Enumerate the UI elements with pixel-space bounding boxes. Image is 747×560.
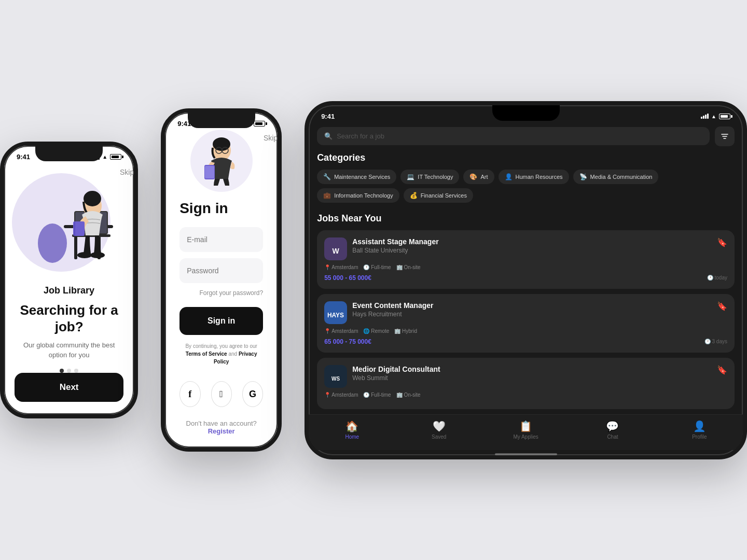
svg-rect-10 bbox=[74, 221, 75, 236]
profile-icon: 👤 bbox=[693, 420, 706, 432]
cat-label-media: Media & Communication bbox=[590, 174, 653, 180]
skip-button-2[interactable]: Skip bbox=[264, 134, 278, 142]
dot-3 bbox=[74, 369, 78, 373]
register-link[interactable]: Register bbox=[208, 427, 235, 435]
cat-chip-art[interactable]: 🎨 Art bbox=[463, 170, 494, 184]
job-1-mode: 🏢 On-site bbox=[396, 264, 421, 270]
terms-of-service-link[interactable]: Terms of Service bbox=[186, 351, 227, 357]
chat-icon: 💬 bbox=[606, 420, 619, 432]
job-3-bookmark[interactable]: 🔖 bbox=[717, 365, 727, 375]
nav-chat-label: Chat bbox=[607, 434, 618, 440]
job-1-company: Ball State University bbox=[352, 247, 712, 254]
job-card-1[interactable]: W Assistant Stage Manager Ball State Uni… bbox=[317, 230, 735, 289]
job-2-type: 🌐 Remote bbox=[363, 328, 389, 334]
job-1-footer: 55 000 - 65 000€ 🕐 today bbox=[324, 274, 727, 282]
next-button[interactable]: Next bbox=[15, 373, 123, 402]
svg-point-12 bbox=[90, 252, 105, 258]
job-2-bookmark[interactable]: 🔖 bbox=[717, 301, 727, 311]
cat-label-infotech: Information Technology bbox=[334, 192, 393, 199]
cat-chip-hr[interactable]: 👤 Human Resources bbox=[499, 170, 569, 184]
job-card-3[interactable]: WS Medior Digital Consultant Web Summit … bbox=[317, 358, 735, 409]
cat-chip-maintenance[interactable]: 🔧 Maintenance Services bbox=[317, 170, 396, 184]
nav-applies-label: My Applies bbox=[513, 434, 538, 440]
finance-icon: 💰 bbox=[410, 192, 418, 199]
phone-signin: 9:41 ▲ Skip bbox=[161, 108, 282, 452]
phone-home: 9:41 ▲ 🔍 Search for a job bbox=[305, 101, 747, 459]
cat-label-it: IT Technology bbox=[418, 174, 453, 180]
bottom-nav: 🏠 Home 🤍 Saved 📋 My Applies 💬 Chat 👤 bbox=[309, 414, 743, 450]
onboard-subtext: Our global community the best option for… bbox=[15, 340, 123, 360]
cat-chip-it[interactable]: 💻 IT Technology bbox=[400, 170, 459, 184]
time-3: 9:41 bbox=[321, 113, 335, 120]
search-placeholder: Search for a job bbox=[337, 132, 384, 140]
cat-label-art: Art bbox=[480, 174, 488, 180]
onboarding-content: Skip bbox=[4, 163, 134, 414]
facebook-auth-btn[interactable]: f bbox=[179, 381, 200, 407]
email-input[interactable] bbox=[179, 227, 263, 252]
home-content: 🔍 Search for a job Categories 🔧 bbox=[309, 122, 743, 455]
job-2-footer: 65 000 - 75 000€ 🕐 3 days bbox=[324, 338, 727, 345]
notch-3 bbox=[492, 105, 560, 121]
password-input[interactable] bbox=[179, 258, 263, 283]
maintenance-icon: 🔧 bbox=[323, 173, 331, 180]
job-1-salary: 55 000 - 65 000€ bbox=[324, 274, 371, 282]
applies-icon: 📋 bbox=[519, 420, 532, 432]
job-1-tags: 📍 Amsterdam 🕐 Full-time 🏢 On-site bbox=[324, 264, 727, 270]
signin-button[interactable]: Sign in bbox=[179, 307, 263, 335]
filter-button[interactable] bbox=[715, 127, 735, 146]
nav-chat[interactable]: 💬 Chat bbox=[569, 420, 656, 440]
websummit-logo: WS bbox=[326, 367, 345, 386]
job-2-title: Event Content Manager bbox=[352, 301, 712, 310]
job-1-location: 📍 Amsterdam bbox=[324, 264, 358, 270]
job-2-info: Event Content Manager Hays Recruitment bbox=[352, 301, 712, 318]
signin-title: Sign in bbox=[179, 200, 263, 217]
job-3-company: Web Summit bbox=[352, 374, 712, 382]
nav-applies[interactable]: 📋 My Applies bbox=[482, 420, 569, 440]
signin-figure bbox=[198, 135, 245, 187]
terms-text: By continuing, you agree to our Terms of… bbox=[179, 342, 263, 366]
media-icon: 📡 bbox=[579, 173, 587, 180]
infotech-icon: 💼 bbox=[323, 192, 331, 199]
cat-label-maintenance: Maintenance Services bbox=[334, 174, 390, 180]
job-card-2[interactable]: HAYS Event Content Manager Hays Recruitm… bbox=[317, 294, 735, 353]
dot-2 bbox=[67, 369, 71, 373]
app-title: Job Library bbox=[44, 285, 94, 296]
phones-wrapper: 9:41 ▲ Skip bbox=[0, 101, 747, 459]
search-icon: 🔍 bbox=[324, 132, 333, 140]
home-indicator bbox=[495, 453, 557, 455]
categories-title: Categories bbox=[317, 152, 735, 163]
saved-icon: 🤍 bbox=[433, 420, 446, 432]
nav-profile[interactable]: 👤 Profile bbox=[656, 420, 743, 440]
job-card-1-top: W Assistant Stage Manager Ball State Uni… bbox=[324, 237, 727, 260]
google-auth-btn[interactable]: G bbox=[242, 381, 263, 407]
job-3-logo: WS bbox=[324, 365, 347, 388]
cat-chip-finance[interactable]: 💰 Financial Services bbox=[404, 188, 473, 203]
battery-icon-2 bbox=[254, 121, 265, 127]
notch-2 bbox=[188, 113, 255, 128]
cat-chip-media[interactable]: 📡 Media & Communication bbox=[573, 170, 659, 184]
job-1-time: 🕐 today bbox=[707, 275, 727, 281]
home-icon: 🏠 bbox=[345, 420, 358, 432]
hays-logo: HAYS bbox=[326, 303, 345, 323]
nav-saved[interactable]: 🤍 Saved bbox=[396, 420, 482, 440]
status-icons-3: ▲ bbox=[701, 114, 730, 119]
job-2-company: Hays Recruitment bbox=[352, 311, 712, 318]
job-2-salary: 65 000 - 75 000€ bbox=[324, 338, 371, 345]
apple-auth-btn[interactable]:  bbox=[211, 381, 232, 407]
dot-1 bbox=[60, 369, 64, 373]
nav-home[interactable]: 🏠 Home bbox=[309, 420, 395, 440]
job-1-bookmark[interactable]: 🔖 bbox=[717, 237, 727, 247]
forgot-password-link[interactable]: Forgot your password? bbox=[179, 289, 263, 297]
apple-icon:  bbox=[219, 389, 223, 400]
signal-icon-3 bbox=[701, 114, 709, 119]
scroll-area: Categories 🔧 Maintenance Services 💻 IT T… bbox=[309, 152, 743, 414]
job-1-type: 🕐 Full-time bbox=[363, 264, 391, 270]
time-1: 9:41 bbox=[17, 153, 30, 161]
onboard-heading: Searching for a job? bbox=[15, 302, 123, 334]
job-1-title: Assistant Stage Manager bbox=[352, 237, 712, 246]
job-3-title: Medior Digital Consultant bbox=[352, 365, 712, 373]
wifi-icon-1: ▲ bbox=[102, 154, 107, 160]
cat-chip-infotech[interactable]: 💼 Information Technology bbox=[317, 188, 399, 203]
search-bar-row: 🔍 Search for a job bbox=[309, 122, 743, 152]
search-bar[interactable]: 🔍 Search for a job bbox=[317, 127, 710, 145]
